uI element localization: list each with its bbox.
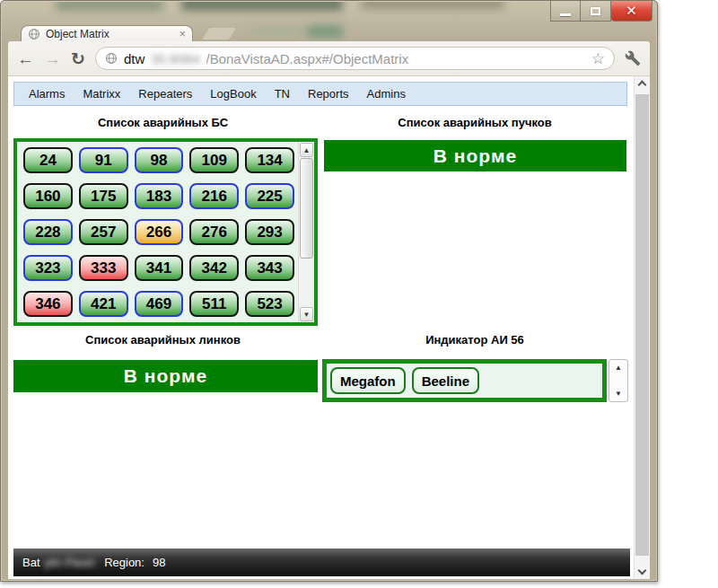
bs-cell-183[interactable]: 183 xyxy=(135,183,184,209)
bs-cell-421[interactable]: 421 xyxy=(79,291,128,317)
maximize-icon xyxy=(591,7,600,15)
scroll-down-icon[interactable]: ▼ xyxy=(609,390,627,398)
bookmark-star-icon[interactable]: ☆ xyxy=(591,51,605,66)
bs-cell-469[interactable]: 469 xyxy=(135,291,184,317)
url-globe-icon xyxy=(105,52,118,65)
bs-cell-216[interactable]: 216 xyxy=(189,183,239,209)
scrollbar-thumb[interactable] xyxy=(635,94,649,556)
user-name-redacted: ylin Pavel xyxy=(45,556,95,569)
bs-cell-175[interactable]: 175 xyxy=(79,183,128,209)
back-icon[interactable]: ← xyxy=(17,50,34,67)
indicator-scrollbar[interactable]: ▲ ▼ xyxy=(609,359,628,402)
browser-tab[interactable]: Object Matrix × xyxy=(21,25,193,41)
tab-title: Object Matrix xyxy=(46,28,109,40)
desktop-blur-blob xyxy=(307,25,343,38)
bs-cell-109[interactable]: 109 xyxy=(189,147,239,173)
minimize-icon xyxy=(560,13,571,16)
bs-cell-323[interactable]: 323 xyxy=(23,255,73,281)
bs-cell-276[interactable]: 276 xyxy=(189,219,239,245)
bs-cell-228[interactable]: 228 xyxy=(23,219,73,245)
menu-item-reports[interactable]: Reports xyxy=(299,87,358,101)
bs-cell-134[interactable]: 134 xyxy=(245,147,294,173)
bs-cell-343[interactable]: 343 xyxy=(245,255,294,281)
scroll-up-icon[interactable]: ▲ xyxy=(300,143,313,157)
address-bar[interactable]: dtw 30.8084 /BonaVistaAD.aspx#/ObjectMat… xyxy=(95,47,615,70)
indicator-button-beeline[interactable]: Beeline xyxy=(412,367,479,394)
bs-cell-511[interactable]: 511 xyxy=(189,291,239,317)
scrollbar-thumb[interactable] xyxy=(300,158,313,259)
bs-cell-grid: 2491981091341601751832162252282572662762… xyxy=(17,142,298,322)
user-name-prefix: Bat xyxy=(22,556,40,569)
desktop-blur-blob xyxy=(361,2,504,9)
section-title-beams: Список аварийных пучков xyxy=(322,116,627,129)
bs-cell-266[interactable]: 266 xyxy=(135,219,184,245)
bs-cell-160[interactable]: 160 xyxy=(23,183,73,209)
url-redacted-segment: 30.8084 xyxy=(151,51,199,66)
url-host: dtw xyxy=(124,51,144,66)
menu-bar: AlarmsMatrixxRepeatersLogBookTNReportsAd… xyxy=(13,82,627,106)
region-value: 98 xyxy=(153,556,165,569)
page-content: AlarmsMatrixxRepeatersLogBookTNReportsAd… xyxy=(8,76,634,579)
window-controls: ✕ xyxy=(550,1,652,22)
minimize-button[interactable] xyxy=(550,1,581,22)
section-title-bs: Список аварийных БС xyxy=(8,116,318,129)
bs-cell-91[interactable]: 91 xyxy=(79,147,128,173)
url-path: /BonaVistaAD.aspx#/ObjectMatrix xyxy=(206,51,409,66)
wrench-icon[interactable] xyxy=(625,50,641,66)
scroll-up-icon[interactable] xyxy=(638,81,647,90)
screenshot-root: ✕ Object Matrix × ← → ↻ dtw xyxy=(0,0,718,588)
desktop-blur-blob xyxy=(251,27,305,36)
bs-cell-98[interactable]: 98 xyxy=(135,147,184,173)
menu-item-logbook[interactable]: LogBook xyxy=(201,87,265,101)
bs-cell-293[interactable]: 293 xyxy=(245,219,294,245)
browser-window: ✕ Object Matrix × ← → ↻ dtw xyxy=(0,0,658,582)
bs-cell-346[interactable]: 346 xyxy=(23,291,73,317)
section-title-indicator: Индикатор АИ 56 xyxy=(322,333,627,347)
bs-cell-225[interactable]: 225 xyxy=(245,183,294,209)
desktop-blur-blob xyxy=(181,2,343,11)
forward-icon[interactable]: → xyxy=(44,50,61,67)
close-icon: ✕ xyxy=(626,3,637,19)
maximize-button[interactable] xyxy=(581,1,611,22)
menu-item-matrixx[interactable]: Matrixx xyxy=(74,87,129,101)
scroll-up-icon[interactable]: ▲ xyxy=(609,364,627,372)
bs-alarm-panel: 2491981091341601751832162252282572662762… xyxy=(13,138,318,326)
bs-panel-scrollbar[interactable]: ▲ ▼ xyxy=(298,142,314,322)
scroll-down-icon[interactable] xyxy=(638,566,647,575)
tab-close-icon[interactable]: × xyxy=(179,28,186,39)
bs-cell-341[interactable]: 341 xyxy=(135,255,184,281)
region-label: Region: xyxy=(104,556,144,569)
status-bar: Bat ylin Pavel Region: 98 xyxy=(13,549,630,576)
indicator-button-megafon[interactable]: Megafon xyxy=(330,367,406,394)
beams-status-bar: В норме xyxy=(324,140,626,171)
browser-scrollbar[interactable] xyxy=(634,76,650,579)
menu-item-admins[interactable]: Admins xyxy=(358,87,415,101)
menu-item-alarms[interactable]: Alarms xyxy=(20,87,74,101)
close-button[interactable]: ✕ xyxy=(611,1,652,22)
menu-item-tn[interactable]: TN xyxy=(266,87,299,101)
links-status-bar: В норме xyxy=(13,360,318,392)
browser-toolbar: ← → ↻ dtw 30.8084 /BonaVistaAD.aspx#/Obj… xyxy=(8,41,650,76)
reload-icon[interactable]: ↻ xyxy=(71,50,85,67)
favicon-globe-icon xyxy=(28,28,40,40)
indicator-panel: MegafonBeeline xyxy=(322,359,607,402)
bs-cell-523[interactable]: 523 xyxy=(245,291,294,317)
desktop-blur-blob xyxy=(56,2,163,11)
bs-cell-342[interactable]: 342 xyxy=(189,255,239,281)
bs-cell-257[interactable]: 257 xyxy=(79,219,128,245)
bs-cell-333[interactable]: 333 xyxy=(79,255,128,281)
bs-cell-24[interactable]: 24 xyxy=(23,147,73,173)
scroll-down-icon[interactable]: ▼ xyxy=(300,307,313,321)
section-title-links: Список аварийных линков xyxy=(8,333,318,347)
menu-item-repeaters[interactable]: Repeaters xyxy=(129,87,201,101)
